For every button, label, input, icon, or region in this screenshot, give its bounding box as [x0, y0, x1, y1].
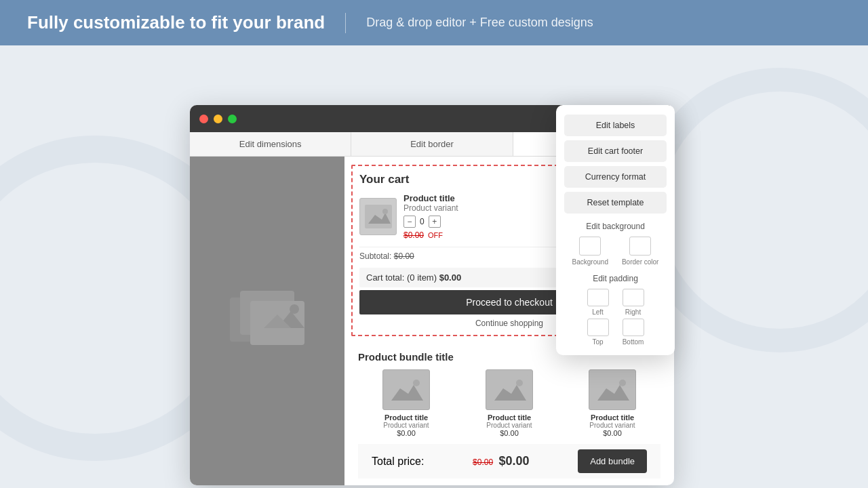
padding-left-input[interactable]: [587, 289, 609, 306]
edit-cart-footer-button[interactable]: Edit cart footer: [564, 140, 667, 162]
padding-row-top-left-right: Left Right: [587, 289, 644, 316]
total-strike-price: $0.00: [473, 458, 493, 467]
padding-controls: Left Right Top Bottom: [564, 289, 667, 346]
svg-point-11: [413, 380, 420, 386]
qty-decrease-button[interactable]: −: [403, 216, 416, 228]
bundle-product-variant-3: Product variant: [564, 422, 660, 429]
padding-bottom-label: Bottom: [623, 338, 644, 346]
border-color-label: Border color: [622, 258, 658, 266]
list-item: Product title Product variant $0.00: [564, 369, 660, 437]
bundle-section: Product bundle title Product title Produ…: [344, 344, 674, 485]
padding-left-group: Left: [587, 289, 609, 316]
item-image: [359, 198, 397, 235]
bundle-product-image-3: [589, 369, 636, 410]
off-badge: OFF: [428, 231, 443, 239]
padding-section-title: Edit padding: [564, 274, 667, 283]
tab-edit-dimensions[interactable]: Edit dimensions: [190, 132, 351, 156]
padding-right-group: Right: [623, 289, 644, 316]
svg-point-8: [382, 209, 388, 214]
svg-point-14: [516, 380, 523, 386]
bundle-product-title-3: Product title: [564, 413, 660, 422]
right-panel: Edit labels Edit cart footer Currency fo…: [556, 105, 675, 355]
bundle-product-variant-1: Product variant: [358, 422, 454, 429]
bundle-product-price-2: $0.00: [461, 429, 557, 437]
left-image-panel: [190, 157, 344, 485]
header-divider: [345, 13, 346, 33]
cart-total-price: $0.00: [439, 272, 462, 283]
close-dot[interactable]: [199, 115, 208, 123]
svg-point-17: [619, 380, 626, 386]
qty-increase-button[interactable]: +: [429, 216, 441, 228]
minimize-dot[interactable]: [214, 115, 222, 123]
color-swatches: Background Border color: [564, 237, 667, 266]
maximize-dot[interactable]: [228, 115, 237, 123]
padding-bottom-group: Bottom: [623, 319, 644, 346]
header-main-text: Fully customizable to fit your brand: [27, 12, 325, 33]
border-color-swatch[interactable]: [629, 237, 651, 256]
bundle-product-title-1: Product title: [358, 413, 454, 422]
reset-template-button[interactable]: Reset template: [564, 192, 667, 214]
svg-rect-15: [594, 375, 631, 405]
padding-row-bottom: Top Bottom: [587, 319, 644, 346]
list-item: Product title Product variant $0.00: [358, 369, 454, 437]
background-label: Background: [572, 258, 608, 266]
bundle-product-image-2: [486, 369, 533, 410]
bundle-product-price-1: $0.00: [358, 429, 454, 437]
placeholder-image: [220, 281, 315, 362]
padding-right-input[interactable]: [623, 289, 644, 306]
svg-point-5: [290, 304, 299, 314]
padding-top-input[interactable]: [587, 319, 609, 336]
subtotal-label: Subtotal: $0.00: [359, 251, 414, 261]
padding-bottom-input[interactable]: [623, 319, 644, 336]
padding-top-label: Top: [592, 338, 603, 346]
item-strike-price: $0.00: [403, 230, 424, 240]
total-price-row: Total price: $0.00 $0.00 Add bundle: [358, 444, 660, 479]
add-bundle-button[interactable]: Add bundle: [578, 449, 647, 473]
svg-rect-6: [365, 205, 392, 228]
tab-edit-border[interactable]: Edit border: [351, 132, 513, 156]
qty-value: 0: [420, 217, 425, 226]
svg-rect-9: [388, 375, 425, 405]
bundle-product-price-3: $0.00: [564, 429, 660, 437]
bundle-product-title-2: Product title: [461, 413, 557, 422]
padding-right-label: Right: [625, 308, 641, 316]
background-color-swatch[interactable]: [579, 237, 601, 256]
border-color-swatch-group: Border color: [622, 237, 658, 266]
header-banner: Fully customizable to fit your brand Dra…: [0, 0, 868, 45]
edit-labels-button[interactable]: Edit labels: [564, 115, 667, 136]
total-label: Total price:: [372, 455, 424, 468]
background-swatch-group: Background: [572, 237, 608, 266]
bundle-product-variant-2: Product variant: [461, 422, 557, 429]
bundle-products: Product title Product variant $0.00: [358, 369, 660, 437]
padding-top-group: Top: [587, 319, 609, 346]
background-section-title: Edit background: [564, 222, 667, 231]
total-price: $0.00: [499, 454, 530, 468]
bundle-product-image-1: [382, 369, 430, 410]
subtotal-value: $0.00: [394, 251, 414, 261]
currency-format-button[interactable]: Currency format: [564, 166, 667, 188]
padding-left-label: Left: [592, 308, 604, 316]
header-sub-text: Drag & drop editor + Free custom designs: [366, 16, 593, 30]
list-item: Product title Product variant $0.00: [461, 369, 557, 437]
svg-rect-12: [491, 375, 528, 405]
